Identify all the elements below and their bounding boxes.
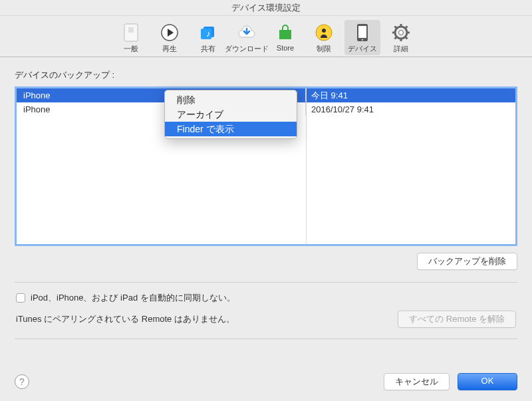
svg-text:♪: ♪	[206, 29, 211, 39]
svg-rect-11	[358, 26, 366, 38]
separator	[15, 282, 517, 283]
store-icon	[275, 23, 295, 43]
content-area: デバイスのバックアップ : iPhone 今日 9:41 iPhone 2016…	[0, 57, 532, 364]
gear-icon	[391, 23, 411, 43]
preferences-window: デバイス環境設定 一般 再生 ♪ 共有 ダウンロード	[0, 0, 532, 401]
backup-table[interactable]: iPhone 今日 9:41 iPhone 2016/10/27 9:41 削除…	[15, 86, 517, 246]
svg-line-22	[406, 27, 408, 29]
backup-date-cell: 今日 9:41	[306, 88, 515, 102]
tab-store[interactable]: Store	[267, 20, 303, 55]
ok-button[interactable]: OK	[458, 373, 517, 390]
help-button[interactable]: ?	[15, 374, 29, 389]
cancel-button[interactable]: キャンセル	[384, 373, 450, 390]
device-icon	[352, 23, 372, 43]
window-title: デバイス環境設定	[0, 0, 532, 16]
auto-sync-checkbox[interactable]	[16, 293, 25, 303]
svg-point-9	[322, 29, 326, 33]
column-divider	[306, 88, 307, 244]
svg-line-21	[395, 37, 397, 39]
svg-line-20	[406, 37, 408, 39]
remote-status-text: iTunes にペアリングされている Remote はありません。	[16, 313, 235, 325]
download-icon	[237, 23, 257, 43]
tab-sharing[interactable]: ♪ 共有	[190, 20, 226, 55]
options-section: iPod、iPhone、および iPad を自動的に同期しない。 iTunes …	[15, 292, 517, 328]
backup-section-label: デバイスのバックアップ :	[15, 69, 517, 81]
tab-playback[interactable]: 再生	[152, 20, 188, 55]
svg-line-19	[395, 27, 397, 29]
context-menu-delete[interactable]: 削除	[165, 92, 297, 107]
general-icon	[121, 23, 141, 43]
svg-point-12	[362, 39, 363, 41]
svg-rect-1	[128, 27, 134, 33]
restrictions-icon	[314, 23, 334, 43]
footer: ? キャンセル OK	[0, 364, 532, 401]
play-icon	[160, 23, 180, 43]
context-menu: 削除 アーカイブ Finder で表示	[164, 90, 297, 139]
tab-advanced[interactable]: 詳細	[383, 20, 419, 55]
context-menu-archive[interactable]: アーカイブ	[165, 107, 297, 122]
tab-general[interactable]: 一般	[113, 20, 149, 55]
preferences-toolbar: 一般 再生 ♪ 共有 ダウンロード Store	[0, 16, 532, 57]
backup-date-cell: 2016/10/27 9:41	[306, 102, 515, 116]
tab-devices[interactable]: デバイス	[344, 20, 380, 55]
tab-restrictions[interactable]: 制限	[306, 20, 342, 55]
context-menu-show-in-finder[interactable]: Finder で表示	[165, 122, 297, 136]
remove-all-remotes-button: すべての Remote を解除	[398, 311, 516, 328]
separator	[15, 338, 517, 339]
auto-sync-label: iPod、iPhone、および iPad を自動的に同期しない。	[31, 292, 235, 304]
delete-backup-button[interactable]: バックアップを削除	[417, 253, 517, 270]
tab-downloads[interactable]: ダウンロード	[229, 20, 265, 55]
sharing-icon: ♪	[198, 23, 218, 43]
svg-rect-7	[279, 30, 291, 39]
svg-point-14	[399, 31, 404, 35]
